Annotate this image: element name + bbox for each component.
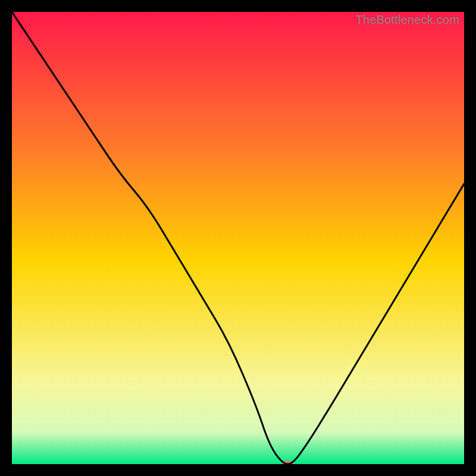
gradient-background — [12, 12, 464, 464]
bottleneck-chart — [12, 12, 464, 464]
chart-frame: TheBottleneck.com — [12, 12, 464, 464]
watermark-text: TheBottleneck.com — [355, 13, 459, 27]
